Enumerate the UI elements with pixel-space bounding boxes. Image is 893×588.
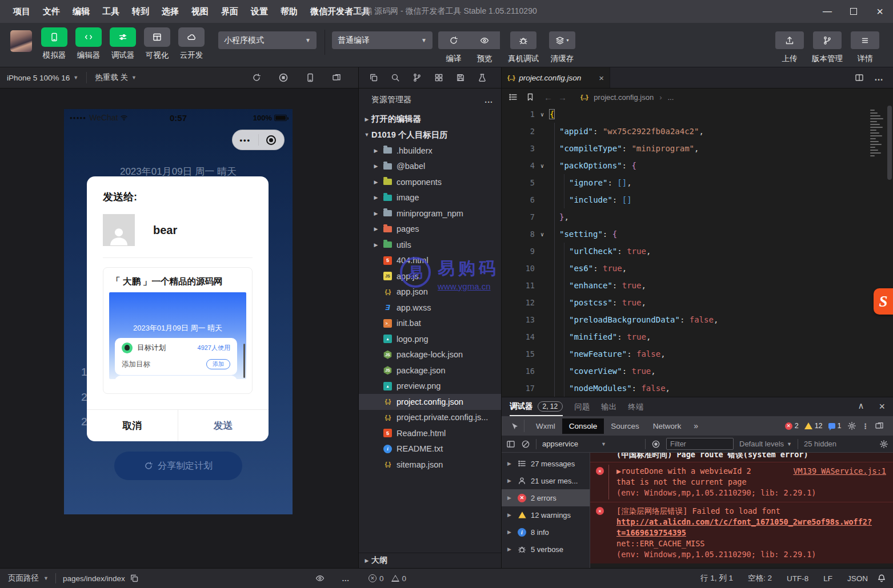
- menu-设置[interactable]: 设置: [246, 4, 273, 19]
- toolbar-button-可视化[interactable]: 可视化: [141, 27, 174, 61]
- file-README.txt[interactable]: iREADME.txt: [359, 441, 501, 457]
- hot-reload-select[interactable]: 热重载 关▼: [95, 73, 137, 83]
- file-utils[interactable]: ▶utils: [359, 237, 501, 253]
- file-logo.png[interactable]: ▴logo.png: [359, 331, 501, 347]
- more-actions-icon[interactable]: …: [874, 73, 884, 83]
- code-line-8[interactable]: 8∨"setting": {: [502, 225, 893, 243]
- mode-select[interactable]: 小程序模式▼: [218, 31, 317, 49]
- action-真机调试[interactable]: 真机调试: [508, 27, 539, 64]
- code-line-2[interactable]: 2"appid": "wx75c2922fb0a2a4c2",: [502, 123, 893, 140]
- console-filter-21 user mes...[interactable]: ▶21 user mes...: [502, 472, 590, 489]
- file-package-lock.json[interactable]: JSpackage-lock.json: [359, 347, 501, 363]
- console-settings-icon[interactable]: [879, 440, 888, 449]
- save-icon[interactable]: [456, 73, 465, 82]
- fold-icon[interactable]: ∨: [535, 163, 550, 169]
- copy-icon[interactable]: [369, 73, 378, 82]
- compile-select[interactable]: 普通编译▼: [332, 31, 433, 49]
- outline-icon[interactable]: [508, 92, 518, 102]
- cancel-button[interactable]: 取消: [87, 410, 178, 441]
- card-scrollbar[interactable]: [243, 344, 245, 378]
- log-levels-select[interactable]: Default levels▼: [739, 440, 792, 448]
- file-preview.png[interactable]: ▴preview.png: [359, 378, 501, 394]
- debugger-tab-终端[interactable]: 终端: [628, 397, 643, 416]
- action-上传[interactable]: 上传: [774, 27, 805, 64]
- code-line-3[interactable]: 3"compileType": "miniprogram",: [502, 140, 893, 157]
- menu-工具[interactable]: 工具: [97, 4, 125, 19]
- code-line-12[interactable]: 12"postcss": true,: [502, 294, 893, 311]
- add-goal-button[interactable]: 添加: [206, 359, 230, 369]
- preview-eye-icon[interactable]: [315, 574, 325, 583]
- more-menu-icon[interactable]: •••: [233, 136, 258, 144]
- devtools-settings-icon[interactable]: [847, 421, 856, 430]
- toolbar-button-调试器[interactable]: 调试器: [106, 27, 139, 61]
- file-components[interactable]: ▶components: [359, 174, 501, 190]
- file-app.wxss[interactable]: Ǝapp.wxss: [359, 300, 501, 316]
- stopcircle-icon[interactable]: [278, 73, 289, 83]
- filter-input[interactable]: [666, 438, 734, 450]
- file-package.json[interactable]: JSpackage.json: [359, 363, 501, 378]
- breadcrumb-file[interactable]: project.config.json: [594, 93, 654, 102]
- more-tabs-icon[interactable]: »: [689, 421, 703, 430]
- file-pages[interactable]: ▶pages: [359, 221, 501, 237]
- maximize-button[interactable]: [840, 0, 867, 23]
- console-filter-27 messages[interactable]: ▶27 messages: [502, 455, 590, 472]
- code-line-11[interactable]: 11"enhance": true,: [502, 277, 893, 294]
- search-icon[interactable]: [391, 73, 400, 82]
- fold-icon[interactable]: ∨: [535, 231, 550, 237]
- code-line-6[interactable]: 6"include": []: [502, 191, 893, 208]
- indent-setting[interactable]: 空格: 2: [748, 573, 772, 583]
- code-line-16[interactable]: 16"coverView": true,: [502, 363, 893, 380]
- code-line-10[interactable]: 10"es6": true,: [502, 260, 893, 277]
- console-filter-8 info[interactable]: ▶i8 info: [502, 523, 590, 541]
- code-line-7[interactable]: 7},: [502, 208, 893, 225]
- collapse-panel-icon[interactable]: ∧: [858, 401, 864, 413]
- warning-count[interactable]: 12: [804, 422, 823, 430]
- file-project.config.json[interactable]: {..}project.config.json: [359, 394, 501, 410]
- menu-视图[interactable]: 视图: [186, 4, 214, 19]
- branch-icon[interactable]: [413, 73, 422, 82]
- kebab-menu-icon[interactable]: ⋮: [862, 422, 870, 430]
- file-app.js[interactable]: JSapp.js: [359, 268, 501, 284]
- menu-帮助[interactable]: 帮助: [275, 4, 303, 19]
- file-@babel[interactable]: ▶@babel: [359, 159, 501, 175]
- debugger-tab-调试器[interactable]: 调试器2, 12: [510, 397, 563, 416]
- language-mode[interactable]: JSON: [847, 574, 868, 583]
- devtools-tab-Wxml[interactable]: Wxml: [529, 418, 562, 434]
- menu-编辑[interactable]: 编辑: [67, 4, 95, 19]
- minimize-button[interactable]: —: [814, 0, 840, 23]
- eye-toggle-icon[interactable]: [651, 440, 660, 449]
- split-editor-icon[interactable]: [855, 73, 864, 82]
- debugger-tab-输出[interactable]: 输出: [601, 397, 616, 416]
- grid-icon[interactable]: [434, 73, 443, 82]
- miniprogram-capsule[interactable]: •••: [232, 130, 285, 150]
- exit-circle-icon[interactable]: [259, 135, 285, 145]
- code-line-13[interactable]: 13"preloadBackgroundData": false,: [502, 311, 893, 328]
- menu-文件[interactable]: 文件: [38, 4, 65, 19]
- menu-转到[interactable]: 转到: [127, 4, 154, 19]
- page-path-label[interactable]: 页面路径: [8, 573, 39, 583]
- menu-项目[interactable]: 项目: [8, 4, 35, 19]
- menu-选择[interactable]: 选择: [157, 4, 184, 19]
- debugger-tab-问题[interactable]: 问题: [574, 397, 590, 416]
- close-panel-icon[interactable]: ×: [879, 401, 885, 413]
- devtools-tab-Sources[interactable]: Sources: [604, 418, 646, 434]
- tree-section-D1019 个人目标日历[interactable]: ▼D1019 个人目标日历: [359, 127, 501, 143]
- editor-scrollbar[interactable]: [886, 106, 893, 397]
- console-error-1[interactable]: ✕ ▶routeDone with a webviewId 2 that is …: [590, 462, 893, 502]
- action-编译[interactable]: 编译: [438, 27, 469, 64]
- code-line-1[interactable]: 1∨{: [502, 106, 893, 123]
- menu-界面[interactable]: 界面: [216, 4, 243, 19]
- clear-console-icon[interactable]: [521, 440, 530, 449]
- code-line-17[interactable]: 17"nodeModules": false,: [502, 380, 893, 397]
- explorer-more-icon[interactable]: ...: [484, 95, 493, 104]
- share-plan-button[interactable]: 分享制定计划: [114, 452, 242, 480]
- flask-icon[interactable]: [478, 73, 487, 82]
- source-link[interactable]: VM139 WAService.js:1: [793, 466, 886, 477]
- notifications-bell-icon[interactable]: [877, 574, 886, 583]
- devices-icon[interactable]: [332, 73, 341, 83]
- action-版本管理[interactable]: 版本管理: [812, 27, 843, 64]
- device-select[interactable]: iPhone 5 100% 16▼: [7, 74, 78, 82]
- error-count[interactable]: ✕2: [785, 422, 799, 430]
- file-init.bat[interactable]: >_init.bat: [359, 316, 501, 332]
- bookmark-icon[interactable]: [526, 92, 535, 102]
